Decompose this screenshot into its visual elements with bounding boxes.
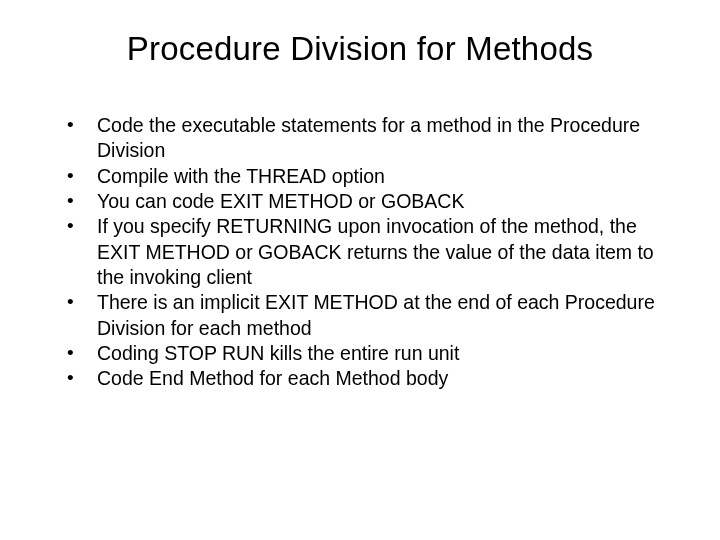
list-item: Code the executable statements for a met… [67, 113, 675, 164]
bullet-list: Code the executable statements for a met… [45, 113, 675, 392]
list-item: There is an implicit EXIT METHOD at the … [67, 290, 675, 341]
list-item: You can code EXIT METHOD or GOBACK [67, 189, 675, 214]
list-item: If you specify RETURNING upon invocation… [67, 214, 675, 290]
list-item: Coding STOP RUN kills the entire run uni… [67, 341, 675, 366]
slide-title: Procedure Division for Methods [45, 30, 675, 68]
list-item: Code End Method for each Method body [67, 366, 675, 391]
list-item: Compile with the THREAD option [67, 164, 675, 189]
